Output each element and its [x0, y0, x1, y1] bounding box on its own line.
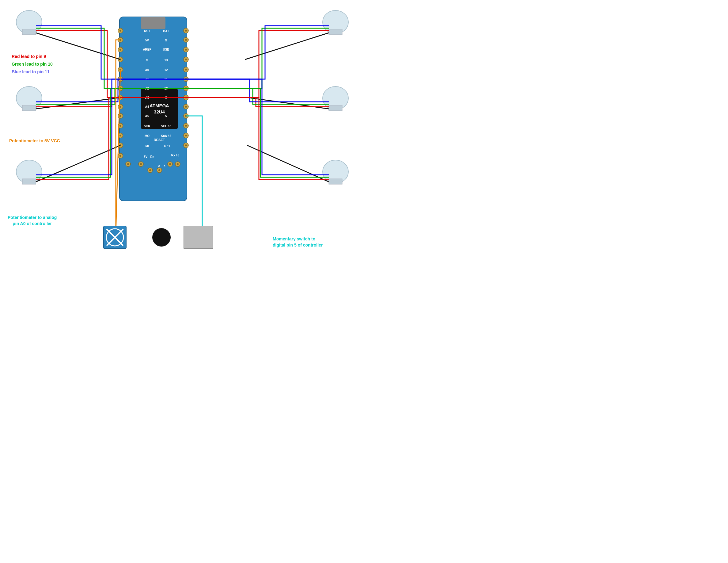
blue-lead-label: Blue lead to pin 11: [12, 69, 50, 75]
svg-text:G: G: [146, 59, 148, 62]
svg-rect-1: [141, 17, 165, 29]
svg-point-92: [185, 135, 187, 136]
svg-point-70: [185, 30, 187, 32]
svg-point-102: [149, 169, 151, 171]
svg-point-72: [185, 39, 187, 41]
svg-line-121: [36, 145, 120, 182]
green-lead-label: Green lead to pin 10: [12, 61, 53, 67]
svg-text:En: En: [150, 155, 154, 158]
svg-text:3V: 3V: [144, 155, 148, 158]
svg-point-60: [119, 125, 121, 127]
svg-text:7: 7: [165, 105, 167, 108]
svg-text:5: 5: [165, 114, 167, 118]
svg-text:A5: A5: [145, 114, 149, 118]
svg-text:BAT: BAT: [163, 29, 169, 33]
svg-point-66: [119, 155, 121, 157]
svg-text:G: G: [158, 165, 160, 168]
svg-text:SCK: SCK: [144, 124, 150, 128]
svg-text:AREF: AREF: [143, 48, 151, 51]
svg-point-58: [119, 115, 121, 117]
svg-point-100: [140, 163, 142, 165]
svg-text:MI: MI: [145, 144, 149, 148]
svg-text:SCL / 3: SCL / 3: [161, 124, 171, 128]
svg-text:RST: RST: [144, 29, 150, 33]
svg-point-90: [185, 125, 187, 127]
svg-text:12: 12: [164, 68, 168, 72]
svg-point-78: [185, 69, 187, 70]
diagram: ATMEGA 32U4 RESET RST 5V AREF G A0 A1 A2…: [0, 0, 364, 282]
svg-text:RX / 0: RX / 0: [171, 154, 179, 157]
svg-rect-116: [329, 179, 342, 184]
pot-vcc-label: Potentiometer to 5V VCC: [9, 138, 60, 144]
svg-point-76: [185, 59, 187, 60]
svg-rect-114: [22, 179, 36, 184]
svg-text:RESET: RESET: [154, 138, 165, 142]
svg-text:SnA / 2: SnA / 2: [161, 134, 171, 138]
svg-text:A4: A4: [145, 105, 149, 108]
svg-point-94: [185, 144, 187, 146]
svg-line-122: [247, 145, 329, 182]
svg-text:8: 8: [164, 165, 165, 168]
svg-rect-2: [141, 89, 178, 129]
svg-rect-106: [22, 29, 36, 35]
svg-text:A0: A0: [145, 68, 149, 72]
svg-point-44: [119, 49, 121, 51]
pot-analog-label: Potentiometer to analogpin A0 of control…: [8, 215, 57, 226]
svg-point-62: [119, 135, 121, 136]
svg-text:G: G: [165, 39, 167, 42]
svg-text:5V: 5V: [145, 39, 149, 42]
red-lead-label: Red lead to pin 9: [12, 54, 46, 60]
svg-point-104: [158, 169, 160, 171]
svg-point-98: [177, 163, 179, 165]
svg-point-40: [119, 30, 121, 32]
svg-text:USB: USB: [163, 48, 169, 51]
svg-point-96: [169, 163, 171, 165]
svg-text:TX / 1: TX / 1: [162, 144, 170, 148]
svg-rect-108: [329, 29, 342, 35]
svg-line-117: [36, 33, 120, 59]
svg-rect-128: [184, 226, 213, 249]
svg-text:MO: MO: [145, 134, 150, 138]
svg-point-74: [185, 49, 187, 51]
switch-digital-label: Momentary switch todigital pin 5 of cont…: [273, 236, 323, 248]
svg-point-127: [152, 228, 171, 246]
svg-rect-110: [22, 105, 36, 111]
svg-point-68: [127, 163, 129, 165]
svg-line-118: [245, 33, 329, 59]
svg-point-86: [185, 106, 187, 108]
svg-rect-112: [329, 105, 342, 111]
svg-text:32U4: 32U4: [154, 109, 165, 114]
svg-text:13: 13: [164, 59, 168, 62]
